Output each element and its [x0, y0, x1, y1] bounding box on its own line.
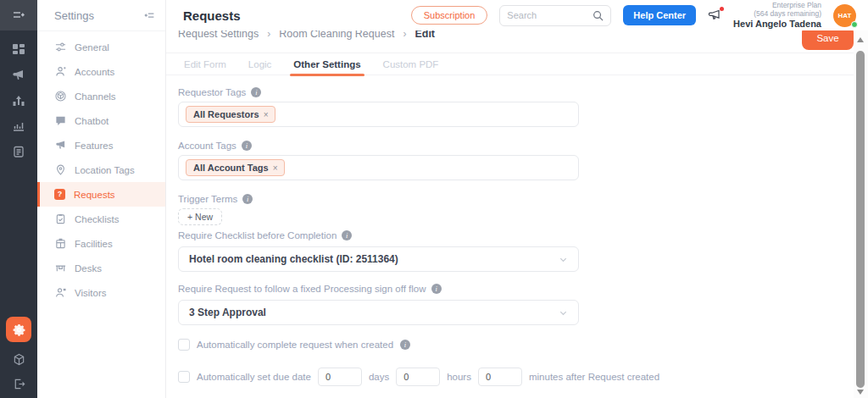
- plan-name: Enterprise Plan: [733, 1, 821, 10]
- sidebar-item-label: Accounts: [75, 67, 114, 77]
- sidebar-item-requests[interactable]: ? Requests: [37, 182, 165, 207]
- icon-rail: [0, 0, 37, 398]
- tag-all-requestors: All Requestors ×: [186, 106, 275, 123]
- building-icon: [54, 238, 66, 250]
- hours-label: hours: [447, 372, 471, 382]
- checklist-select-value: Hotel room cleaning checklist (ID: 25113…: [189, 253, 398, 265]
- remove-tag-icon[interactable]: ×: [264, 110, 269, 119]
- scroll-up-arrow[interactable]: [857, 37, 864, 42]
- sidebar-item-label: Features: [75, 141, 113, 151]
- auto-complete-label: Automatically complete request when crea…: [197, 340, 393, 350]
- requestor-tags-label: Requestor Tags: [178, 87, 261, 97]
- avatar-initials: HAT: [838, 12, 852, 19]
- info-icon[interactable]: [342, 230, 352, 240]
- tab-logic[interactable]: Logic: [248, 53, 272, 75]
- avatar[interactable]: HAT: [833, 4, 856, 27]
- sidebar-item-desks[interactable]: Desks: [37, 256, 165, 280]
- due-date-checkbox[interactable]: [178, 371, 190, 383]
- integrations-cube-icon[interactable]: [12, 352, 26, 367]
- info-icon[interactable]: [251, 87, 261, 97]
- search-icon[interactable]: [593, 10, 604, 21]
- due-hours-input[interactable]: [396, 368, 440, 386]
- sidebar-title: Settings: [54, 9, 94, 22]
- menu-toggle-icon[interactable]: [0, 0, 37, 30]
- signoff-flow-label: Require Request to follow a fixed Proces…: [178, 284, 442, 294]
- sidebar-collapse-icon[interactable]: [144, 10, 155, 21]
- scroll-down-arrow[interactable]: [857, 390, 864, 395]
- auto-complete-checkbox[interactable]: [178, 339, 190, 351]
- sidebar-item-location-tags[interactable]: Location Tags: [37, 158, 165, 182]
- sidebar-item-label: Checklists: [75, 214, 119, 224]
- sliders-icon: [54, 41, 66, 53]
- due-date-suffix-label: minutes after Request created: [529, 372, 659, 382]
- dashboard-icon[interactable]: [12, 42, 26, 57]
- online-status-dot: [851, 21, 858, 28]
- main-content: Request Settings › Room Cleaning Request…: [166, 0, 854, 398]
- info-icon[interactable]: [400, 340, 410, 350]
- search-box: [499, 5, 611, 26]
- chevron-down-icon: [559, 255, 568, 264]
- request-icon: ?: [54, 189, 65, 200]
- user-icon: [54, 66, 66, 78]
- announcements-icon[interactable]: [708, 8, 721, 22]
- page-title: Requests: [183, 8, 241, 23]
- due-date-prefix-label: Automatically set due date: [197, 372, 311, 382]
- info-icon[interactable]: [242, 194, 253, 204]
- scrollbar-thumb[interactable]: [856, 51, 865, 388]
- sidebar-item-facilities[interactable]: Facilities: [37, 231, 165, 256]
- remove-tag-icon[interactable]: ×: [273, 163, 278, 173]
- info-icon[interactable]: [431, 284, 442, 294]
- map-pin-icon: [54, 164, 66, 176]
- requestor-tags-input[interactable]: All Requestors ×: [178, 102, 579, 127]
- settings-sidebar: Settings General Accounts Channels Chatb…: [37, 0, 166, 398]
- sidebar-item-chatbot[interactable]: Chatbot: [37, 108, 165, 133]
- tag-all-account-tags: All Account Tags ×: [186, 159, 285, 176]
- chevron-down-icon: [559, 308, 568, 318]
- sidebar-item-label: Chatbot: [75, 116, 108, 126]
- tab-bar: Edit Form Logic Other Settings Custom PD…: [166, 53, 854, 75]
- tab-other-settings[interactable]: Other Settings: [293, 53, 360, 75]
- info-icon[interactable]: [242, 141, 252, 151]
- tab-edit-form[interactable]: Edit Form: [184, 53, 226, 75]
- tag-label: All Account Tags: [193, 163, 269, 173]
- sidebar-item-label: Channels: [75, 91, 116, 102]
- due-minutes-input[interactable]: [478, 368, 522, 386]
- signoff-select-value: 3 Step Approval: [189, 307, 266, 318]
- sidebar-item-label: Visitors: [75, 288, 107, 298]
- sidebar-item-label: Location Tags: [75, 165, 135, 175]
- sidebar-item-features[interactable]: Features: [37, 133, 165, 158]
- broadcast-icon[interactable]: [12, 68, 26, 82]
- logout-icon[interactable]: [12, 377, 26, 391]
- reports-icon[interactable]: [12, 93, 26, 108]
- user-name: Hevi Angelo Tadena: [733, 19, 821, 30]
- require-checklist-label: Require Checklist before Completion: [178, 230, 352, 240]
- clipboard-check-icon: [54, 213, 66, 225]
- account-tags-input[interactable]: All Account Tags ×: [178, 155, 579, 180]
- cube-icon: [54, 91, 66, 102]
- chat-icon: [54, 115, 66, 127]
- settings-gear-icon[interactable]: [6, 317, 31, 342]
- plan-info: Enterprise Plan (564 days remaining) Hev…: [733, 1, 821, 30]
- sidebar-item-checklists[interactable]: Checklists: [37, 207, 165, 231]
- search-input[interactable]: [507, 10, 587, 20]
- documents-icon[interactable]: [12, 144, 26, 158]
- add-trigger-term-button[interactable]: + New: [178, 208, 222, 225]
- help-center-button[interactable]: Help Center: [623, 5, 696, 25]
- analytics-icon[interactable]: [12, 119, 26, 133]
- sidebar-item-visitors[interactable]: Visitors: [37, 280, 165, 305]
- app-window: Settings General Accounts Channels Chatb…: [0, 0, 868, 398]
- signoff-flow-select[interactable]: 3 Step Approval: [178, 300, 579, 325]
- sidebar-item-label: Facilities: [75, 239, 113, 249]
- sidebar-item-label: Requests: [74, 190, 115, 200]
- vertical-scrollbar[interactable]: [854, 30, 868, 398]
- due-days-input[interactable]: [318, 368, 362, 386]
- visitor-icon: [54, 287, 66, 299]
- sidebar-item-general[interactable]: General: [37, 35, 165, 59]
- sidebar-item-accounts[interactable]: Accounts: [37, 59, 165, 84]
- tab-custom-pdf[interactable]: Custom PDF: [383, 53, 439, 75]
- plan-remaining: (564 days remaining): [733, 9, 821, 19]
- subscription-button[interactable]: Subscription: [411, 6, 488, 25]
- checklist-select[interactable]: Hotel room cleaning checklist (ID: 25113…: [178, 246, 579, 272]
- topbar: Requests Subscription Help Center Enterp…: [166, 0, 868, 30]
- sidebar-item-channels[interactable]: Channels: [37, 84, 165, 108]
